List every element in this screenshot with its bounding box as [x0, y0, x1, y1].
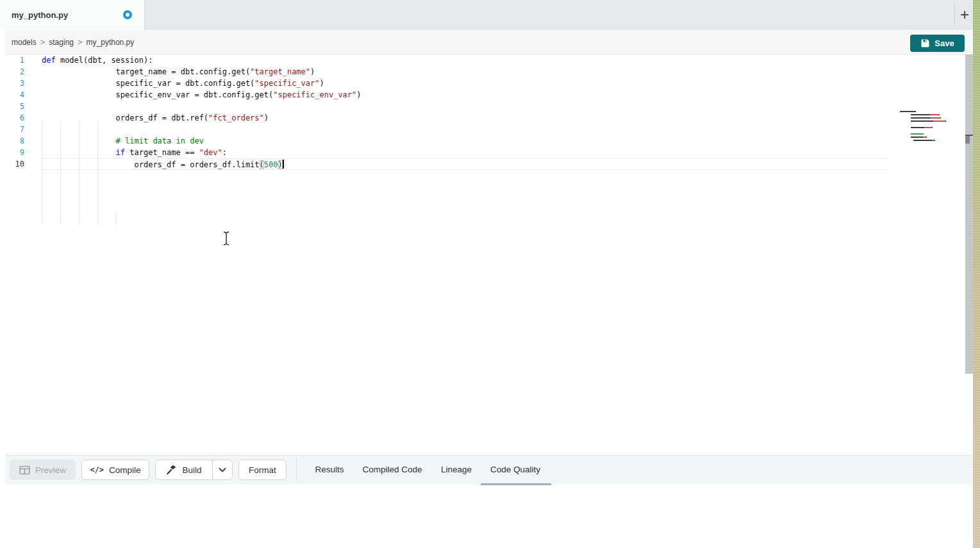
indent-guide	[42, 120, 42, 224]
results-panel	[0, 485, 973, 548]
line-number: 8	[0, 135, 24, 147]
compile-button[interactable]: </> Compile	[81, 460, 149, 480]
file-tab-my-python[interactable]: my_python.py	[0, 0, 145, 29]
indent-guide	[79, 120, 79, 224]
build-button[interactable]: Build	[156, 460, 212, 479]
line-number: 2	[0, 66, 24, 78]
code-area[interactable]: def model(dbt, session): target_name = d…	[40, 54, 889, 170]
line-number: 7	[0, 124, 24, 135]
line-number: 10	[0, 158, 24, 170]
divider	[296, 458, 297, 483]
file-tab-title: my_python.py	[12, 10, 68, 20]
indent-guide	[116, 213, 117, 224]
code-line[interactable]	[40, 101, 889, 112]
gutter: 12345678910	[0, 54, 24, 170]
divider	[954, 3, 955, 26]
code-line[interactable]: if target_name == "dev":	[40, 147, 889, 158]
code-line[interactable]: def model(dbt, session):	[40, 54, 889, 66]
compile-button-label: Compile	[109, 465, 141, 475]
table-icon	[19, 465, 30, 475]
overview-ruler-cursor-marker	[965, 136, 970, 144]
tab-results[interactable]: Results	[308, 460, 351, 480]
chevron-right-icon: >	[78, 37, 83, 47]
code-line[interactable]: target_name = dbt.config.get("target_nam…	[40, 66, 889, 78]
code-line[interactable]	[40, 124, 889, 135]
desktop-edge-strip	[973, 0, 980, 548]
minimap[interactable]	[900, 111, 938, 143]
chevron-right-icon: >	[40, 37, 46, 47]
save-button-label: Save	[934, 38, 954, 48]
code-line[interactable]: orders_df = orders_df.limit(500)	[40, 158, 889, 170]
code-line[interactable]: # limit data in dev	[40, 135, 889, 147]
code-line[interactable]: orders_df = dbt.ref("fct_orders")	[40, 112, 889, 124]
indent-guide	[97, 120, 98, 224]
preview-button-label: Preview	[35, 465, 66, 475]
code-line[interactable]: specific_var = dbt.config.get("specific_…	[40, 78, 889, 89]
code-line[interactable]: specific_env_var = dbt.config.get("speci…	[40, 89, 889, 101]
chevron-down-icon	[219, 468, 226, 472]
tab-lineage[interactable]: Lineage	[436, 460, 477, 480]
breadcrumb-bar: models > staging > my_python.py	[5, 30, 973, 54]
ide-window: my_python.py + models > staging > my_pyt…	[0, 0, 980, 548]
line-number: 3	[0, 78, 24, 89]
build-dropdown-button[interactable]	[212, 460, 232, 479]
line-number: 1	[0, 54, 24, 66]
build-split-button: Build	[155, 460, 233, 480]
line-number: 5	[0, 101, 24, 112]
unsaved-changes-dot-icon	[123, 10, 132, 19]
code-icon: </>	[90, 465, 104, 474]
breadcrumb-file[interactable]: my_python.py	[87, 38, 135, 47]
tab-strip: my_python.py +	[0, 0, 973, 29]
floppy-disk-icon	[920, 38, 930, 48]
breadcrumb-staging[interactable]: staging	[49, 38, 74, 47]
tab-compiled-code[interactable]: Compiled Code	[359, 460, 426, 480]
format-button[interactable]: Format	[238, 460, 287, 480]
line-number: 4	[0, 89, 24, 101]
code-editor[interactable]: 12345678910 def model(dbt, session): tar…	[0, 54, 973, 453]
editor-scrollbar[interactable]	[965, 54, 973, 374]
line-number: 6	[0, 112, 24, 124]
text-ibeam-cursor-pointer	[222, 231, 231, 249]
tab-code-quality[interactable]: Code Quality	[479, 460, 551, 480]
bottom-toolbar: Preview </> Compile Build Format	[5, 455, 973, 485]
hammer-icon	[166, 465, 177, 475]
preview-button[interactable]: Preview	[10, 460, 76, 480]
format-button-label: Format	[249, 465, 276, 475]
save-button[interactable]: Save	[910, 35, 965, 52]
line-number: 9	[0, 147, 24, 158]
new-tab-button[interactable]: +	[956, 4, 973, 26]
indent-guide	[60, 120, 61, 224]
breadcrumb-models[interactable]: models	[12, 38, 37, 47]
build-button-label: Build	[182, 465, 201, 475]
